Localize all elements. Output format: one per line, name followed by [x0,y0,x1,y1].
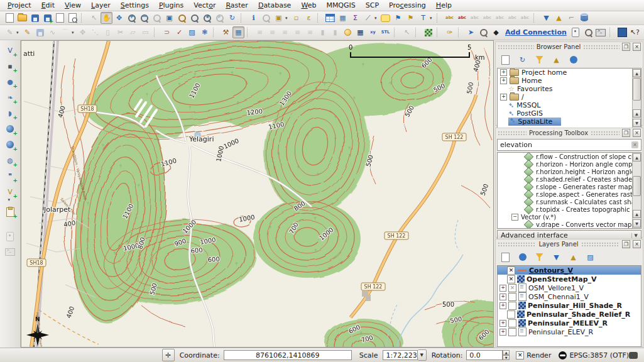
browser-item-mssql[interactable]: ➴MSSQL [498,101,641,109]
image-analysis-icon[interactable]: ▦ [232,26,244,38]
layer-visibility-checkbox[interactable]: ✕ [508,284,516,292]
raster-green-icon[interactable] [422,26,434,38]
close-panel-icon[interactable]: × [633,240,641,248]
layer-row-osm_chennai1_v[interactable]: +OSM_Chennai1_V [498,292,641,301]
save-project-as-icon[interactable] [41,12,53,24]
layer-visibility-checkbox[interactable] [507,310,515,319]
dropdown-arrow-icon[interactable]: ▾ [430,16,434,21]
message-log-icon[interactable] [629,352,638,359]
zoom-to-selection-icon[interactable] [176,12,188,24]
render-checkbox[interactable]: ✕ [516,351,524,359]
offline-editing-icon[interactable] [578,12,590,24]
distribute-icon[interactable]: ≡ [304,26,316,38]
offset-curve-icon[interactable]: ⊃ [161,26,173,38]
add-postgis-layer-icon[interactable]: ● [3,75,17,88]
rotation-spinner[interactable]: ▲▼ [503,350,510,360]
osm-identify-icon[interactable]: ⌐ [565,12,577,24]
label-change-icon[interactable]: abc [506,12,518,24]
add-oracle-layer-icon[interactable] [3,123,17,135]
menu-raster[interactable]: Raster [221,1,253,10]
collapse-all-icon[interactable]: ▲ [567,251,579,263]
processing-scrollbar[interactable]: ▲ ▲▼ [632,153,641,228]
add-spatialite-layer-icon[interactable]: ❧ [3,91,17,104]
select-features-icon[interactable]: ▣ [273,12,285,24]
osm-download-icon[interactable]: ▼ [540,12,552,24]
menu-database[interactable]: Database [253,1,297,10]
menu-view[interactable]: View [60,1,86,10]
layer-visibility-checkbox[interactable] [508,293,516,301]
cut-features-icon[interactable]: ✂ [114,26,126,38]
dropdown-arrow-icon[interactable]: ▾ [374,16,379,21]
processing-search-box[interactable]: elevation ✕ [497,139,641,151]
menu-processing[interactable]: Processing [384,1,431,10]
coordinate-input[interactable]: 8761062,1410869 [224,350,352,360]
add-layer-icon[interactable] [499,54,511,66]
browser-item-favourites[interactable]: ☆Favourites [498,85,641,93]
close-panel-icon[interactable]: × [633,43,641,51]
add-raster-layer-icon[interactable]: ▪ [3,60,17,72]
layer-visibility-checkbox[interactable]: ✕ [507,275,515,283]
stl-icon[interactable]: STL [379,26,391,38]
remove-layer-icon[interactable]: ▨ [584,251,596,263]
layer-row-peninsular_shade_relief_r[interactable]: Peninsular_Shade_Relief_R [498,310,641,319]
expander-icon[interactable]: + [499,329,506,336]
zoom-in-icon[interactable]: + [126,12,138,24]
filter-legend-icon[interactable] [533,251,545,263]
processing-item[interactable]: r.horizon - Horizon angle computat... [498,160,641,168]
pointer-icon[interactable]: ↖ [401,26,413,38]
text-annotation-icon[interactable]: T [417,12,429,24]
osm-upload-icon[interactable]: ▲ [553,12,565,24]
select-by-expression-icon[interactable]: ε [303,12,315,24]
new-bookmark-icon[interactable]: ⚑ [392,12,404,24]
processing-tools-icon[interactable]: ⚒ [220,26,232,38]
close-panel-icon[interactable]: × [633,129,641,137]
sun-point-icon[interactable] [342,26,354,38]
reshape-features-icon[interactable]: ✓ [173,26,185,38]
align-left-icon[interactable]: ≡ [254,26,266,38]
open-project-icon[interactable] [16,12,28,24]
properties-icon[interactable] [567,54,579,66]
browser-scrollbar[interactable]: ▲ ▲▼ [632,69,641,128]
processing-item[interactable]: −Vector (v.*) [498,213,641,221]
expander-icon[interactable]: + [500,94,507,101]
layer-row-openstreetmap_v[interactable]: ✕OpenStreetMap_V [498,275,641,283]
menu-help[interactable]: Help [431,1,457,10]
label-move-icon[interactable]: abc [481,12,493,24]
processing-item[interactable]: r.slope - Generates raster maps o... [498,183,641,190]
gps-tools-icon[interactable] [3,230,17,243]
move-feature-icon[interactable]: ✥ [77,26,89,38]
refresh-icon[interactable]: ↻ [226,12,238,24]
add-wcs-layer-icon[interactable]: ◍ [3,154,17,167]
processing-item[interactable]: v.drape - Converts vector map to ... [498,221,641,228]
expand-all-icon[interactable]: ▼ [550,251,562,263]
browser-item-project-home[interactable]: +Project home [498,69,641,77]
processing-item[interactable]: r.shaded.relief - Creates shaded r... [498,175,641,183]
menu-web[interactable]: Web [296,1,321,10]
add-connection-link[interactable]: Add Connection [503,28,569,36]
paste-features-icon[interactable]: ▭ [139,26,151,38]
map-canvas[interactable]: Thandalam - Vaniyambadi Roadngapattur - … [21,40,494,348]
black-diamond-icon[interactable]: ◆ [490,26,502,38]
layer-row-peninsular_hill_shade_r[interactable]: +Peninsular_Hill_Shade_R [498,301,641,310]
expander-icon[interactable]: + [500,77,507,84]
new-project-icon[interactable] [4,12,16,24]
toggle-editing-icon[interactable]: ✎ [21,26,33,38]
add-feature-icon[interactable]: ∿ [46,26,58,38]
search-db-icon[interactable] [478,26,489,38]
expander-icon[interactable]: + [499,293,506,300]
georeferencer-icon[interactable]: ❃ [199,26,210,38]
browser-item--[interactable]: +/ [498,93,641,101]
menu-vector[interactable]: Vector [188,1,221,10]
menu-edit[interactable]: Edit [36,1,60,10]
identify-icon[interactable]: ℹ [248,12,259,24]
expander-icon[interactable]: + [500,69,507,76]
menu-plugins[interactable]: Plugins [154,1,188,10]
labeling-icon[interactable]: abc [444,12,456,24]
float-panel-icon[interactable]: ❐ [622,129,630,137]
zoom-native-icon[interactable] [151,12,163,24]
whats-this-icon[interactable]: ↖? [629,26,641,38]
expander-icon[interactable]: − [511,214,518,221]
filter-icon[interactable] [533,54,545,66]
menu-settings[interactable]: Settings [116,1,154,10]
processing-item[interactable]: r.topidx - Creates topographic ind... [498,206,641,213]
